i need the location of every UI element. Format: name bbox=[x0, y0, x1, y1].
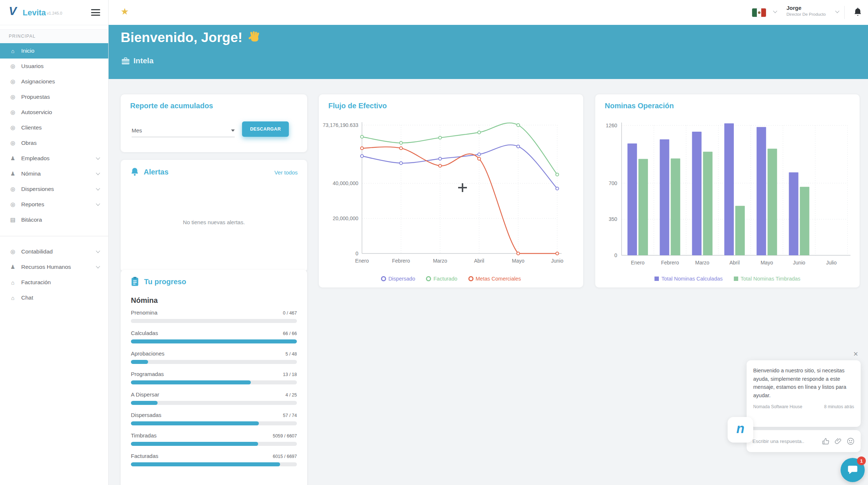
sidebar-item-chat[interactable]: ⌂Chat bbox=[0, 290, 108, 305]
sidebar-item-label: Contabilidad bbox=[21, 248, 53, 255]
sidebar-item-contabilidad[interactable]: ◎Contabilidad bbox=[0, 244, 108, 259]
globe-icon: ◎ bbox=[10, 186, 16, 192]
progress-fill bbox=[131, 339, 297, 343]
progress-row-dispersadas: Dispersadas57 / 74 bbox=[131, 412, 297, 425]
sidebar-item-label: Recursos Humanos bbox=[21, 264, 71, 270]
chevron-down-icon bbox=[96, 186, 100, 190]
period-select[interactable]: Mes bbox=[132, 127, 235, 137]
sidebar-item-label: Clientes bbox=[21, 124, 42, 131]
legend-item-facturado[interactable]: Facturado bbox=[426, 276, 457, 282]
favorites-star-icon[interactable]: ★ bbox=[121, 6, 129, 17]
attachment-paperclip-icon[interactable] bbox=[834, 437, 842, 445]
clipboard-icon bbox=[130, 277, 140, 287]
svg-text:1260: 1260 bbox=[606, 123, 617, 128]
sidebar-item-asignaciones[interactable]: ◎Asignaciones bbox=[0, 74, 108, 89]
progress-row-prenomina: Prenomina0 / 467 bbox=[131, 309, 297, 323]
progress-label: Facturadas bbox=[131, 453, 158, 459]
user-role: Director De Producto bbox=[786, 12, 826, 16]
globe-icon: ◎ bbox=[10, 124, 16, 131]
progress-label: Timbradas bbox=[131, 432, 156, 439]
company-name: Intela bbox=[133, 56, 154, 65]
progress-fill bbox=[131, 401, 158, 405]
progress-value: 4 / 25 bbox=[286, 392, 297, 398]
ver-todos-link[interactable]: Ver todos bbox=[275, 169, 298, 176]
user-menu[interactable]: Jorge Director De Producto bbox=[786, 5, 826, 16]
svg-text:Enero: Enero bbox=[355, 258, 369, 264]
sidebar-item-label: Dispersiones bbox=[21, 186, 54, 192]
legend-label: Total Nominas Timbradas bbox=[741, 276, 801, 282]
sidebar-item-dispersiones[interactable]: ◎Dispersiones bbox=[0, 181, 108, 197]
portfolio-icon bbox=[121, 57, 130, 65]
sidebar-item-label: Autoservicio bbox=[21, 109, 52, 116]
logo-row: V Levita v1.245.0 bbox=[0, 0, 108, 25]
progress-value: 5059 / 6607 bbox=[273, 433, 297, 439]
alertas-empty-text: No tienes nuevas alertas. bbox=[121, 219, 307, 225]
sidebar-item-propuestas[interactable]: ◎Propuestas bbox=[0, 89, 108, 105]
chat-close-icon[interactable]: × bbox=[853, 349, 858, 359]
nominas-bar-chart: 12607003500EneroFebreroMarzoAbrilMayoJun… bbox=[595, 113, 860, 270]
chat-timestamp: 8 minutos atrás bbox=[824, 404, 854, 409]
svg-text:Febrero: Febrero bbox=[392, 258, 410, 264]
legend-marker-icon bbox=[654, 277, 659, 281]
legend-label: Dispersado bbox=[388, 276, 415, 282]
legend-item-dispersado[interactable]: Dispersado bbox=[381, 276, 415, 282]
svg-text:Mayo: Mayo bbox=[761, 260, 773, 266]
sidebar-item-empleados[interactable]: ♟Empleados bbox=[0, 151, 108, 166]
descargar-button[interactable]: DESCARGAR bbox=[242, 121, 289, 137]
legend-marker-icon bbox=[381, 276, 386, 281]
language-flag-mexico[interactable] bbox=[752, 8, 766, 17]
welcome-title: Bienvenido, Jorge! bbox=[121, 30, 261, 45]
notifications-bell-icon[interactable] bbox=[853, 7, 862, 19]
sidebar-item-autoservicio[interactable]: ◎Autoservicio bbox=[0, 105, 108, 120]
emoji-smiley-icon[interactable] bbox=[846, 437, 855, 445]
globe-icon: ◎ bbox=[10, 109, 16, 116]
flujo-title: Flujo de Efectivo bbox=[328, 102, 387, 110]
progress-track bbox=[131, 401, 297, 405]
nomada-logo-icon: n bbox=[736, 421, 744, 436]
legend-item-total-nominas-timbradas[interactable]: Total Nominas Timbradas bbox=[734, 276, 801, 282]
progress-row-aprobaciones: Aprobaciones5 / 48 bbox=[131, 350, 297, 364]
globe-icon: ◎ bbox=[10, 63, 16, 69]
reporte-acumulados-card: Reporte de acumulados Mes DESCARGAR bbox=[121, 94, 307, 152]
sidebar-item-clientes[interactable]: ◎Clientes bbox=[0, 120, 108, 135]
levita-logo-icon: V bbox=[9, 4, 16, 18]
sidebar-nav-main: ⌂Inicio◎Usuarios◎Asignaciones◎Propuestas… bbox=[0, 43, 108, 228]
sidebar-item-facturacion[interactable]: ⌂Facturación bbox=[0, 275, 108, 290]
sidebar-item-usuarios[interactable]: ◎Usuarios bbox=[0, 59, 108, 74]
svg-text:40,000,000: 40,000,000 bbox=[333, 180, 358, 186]
progreso-section-label: Nómina bbox=[131, 296, 158, 305]
sidebar-item-label: Propuestas bbox=[21, 94, 50, 100]
select-caret-icon bbox=[231, 129, 235, 132]
progress-row-a-dispersar: A Dispersar4 / 25 bbox=[131, 391, 297, 405]
chat-message-text: Bienvenido a nuestro sitio, si necesitas… bbox=[753, 366, 854, 399]
coin-icon: ◎ bbox=[10, 248, 16, 255]
chat-reply-bar[interactable]: Escribir una respuesta.. bbox=[747, 430, 861, 452]
menu-toggle-icon[interactable] bbox=[91, 9, 100, 18]
language-chevron-icon[interactable] bbox=[773, 9, 777, 13]
sidebar-item-obras[interactable]: ◎Obras bbox=[0, 135, 108, 151]
globe-icon: ◎ bbox=[10, 78, 16, 85]
svg-text:73,176,190.633: 73,176,190.633 bbox=[323, 122, 359, 128]
legend-item-metas-comerciales[interactable]: Metas Comerciales bbox=[468, 276, 521, 282]
sidebar-item-inicio[interactable]: ⌂Inicio bbox=[0, 43, 108, 59]
legend-label: Total Nominas Calculadas bbox=[661, 276, 723, 282]
progress-track bbox=[131, 442, 297, 446]
progress-row-programadas: Programadas13 / 18 bbox=[131, 371, 297, 384]
svg-text:Marzo: Marzo bbox=[695, 260, 709, 266]
legend-marker-icon bbox=[468, 276, 473, 281]
progress-list: Prenomina0 / 467Calculadas66 / 66Aprobac… bbox=[131, 309, 297, 473]
svg-text:20,000,000: 20,000,000 bbox=[333, 215, 358, 221]
sidebar-item-nomina[interactable]: ♟Nómina bbox=[0, 166, 108, 181]
alertas-title: Alertas bbox=[144, 168, 169, 176]
chat-bubble-icon bbox=[846, 464, 859, 476]
chat-sender: Nomada Software House bbox=[753, 404, 802, 409]
sidebar-item-bitacora[interactable]: ▤Bitácora bbox=[0, 212, 108, 228]
sidebar-item-reportes[interactable]: ◎Reportes bbox=[0, 197, 108, 212]
thumbs-up-icon[interactable] bbox=[822, 437, 830, 445]
sidebar-item-recursos-humanos[interactable]: ♟Recursos Humanos bbox=[0, 259, 108, 275]
user-menu-chevron-icon[interactable] bbox=[835, 9, 839, 13]
svg-text:350: 350 bbox=[609, 216, 618, 222]
legend-item-total-nominas-calculadas[interactable]: Total Nominas Calculadas bbox=[654, 276, 723, 282]
topbar: ★ Jorge Director De Producto bbox=[108, 0, 868, 25]
chat-reply-input[interactable]: Escribir una respuesta.. bbox=[752, 439, 817, 444]
